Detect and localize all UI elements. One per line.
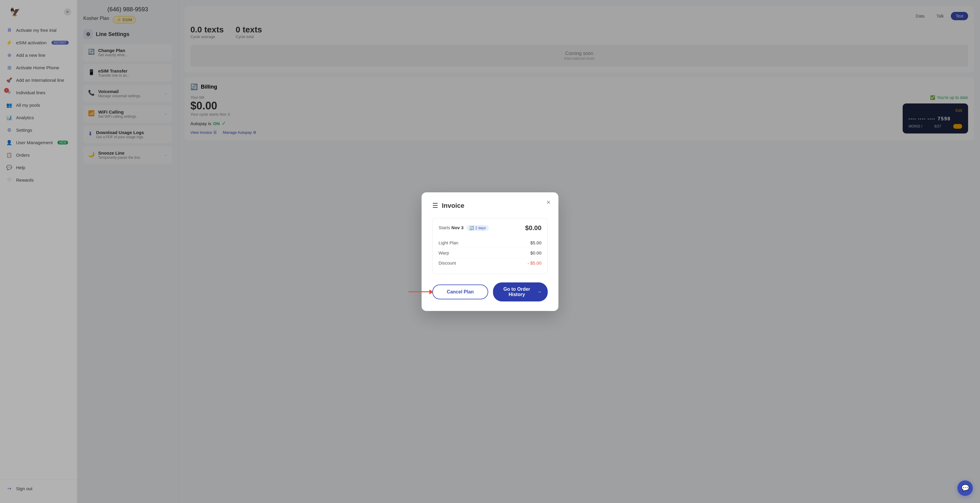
invoice-date: Nov 3 [451,225,463,230]
chat-fab-button[interactable]: 💬 [958,481,973,496]
discount-label: Discount [439,260,456,265]
order-history-label: Go to Order History [499,287,535,297]
order-history-arrow-icon: → [537,289,542,295]
discount-value: - $5.00 [528,260,541,265]
order-history-button[interactable]: Go to Order History → [493,282,548,301]
chat-fab-icon: 💬 [961,484,969,492]
modal-overlay: ☰ Invoice ✕ Starts Nov 3 🔄 2 days $0.00 [0,0,980,503]
warp-label: Warp [439,250,449,255]
modal-close-button[interactable]: ✕ [544,198,552,206]
cancel-plan-button[interactable]: Cancel Plan [432,284,488,299]
light-plan-label: Light Plan [439,240,458,245]
days-label: 2 days [475,226,485,230]
modal-header: ☰ Invoice [432,202,548,209]
invoice-header: Starts Nov 3 🔄 2 days $0.00 [439,224,541,232]
arrow-pointer [409,290,433,294]
days-icon: 🔄 [469,226,474,230]
warp-value: $0.00 [530,250,541,255]
light-plan-value: $5.00 [530,240,541,245]
modal-actions: Cancel Plan Go to Order History → [432,282,548,301]
invoice-days-badge: 🔄 2 days [466,225,488,231]
invoice-line-warp: Warp $0.00 [439,248,541,258]
invoice-total-amount: $0.00 [525,224,541,232]
invoice-details-box: Starts Nov 3 🔄 2 days $0.00 Light Plan $… [432,218,548,274]
close-icon: ✕ [546,199,551,206]
invoice-starts-label: Starts Nov 3 [439,225,465,230]
invoice-starts: Starts Nov 3 🔄 2 days [439,225,489,231]
invoice-line-discount: Discount - $5.00 [439,258,541,268]
invoice-modal: ☰ Invoice ✕ Starts Nov 3 🔄 2 days $0.00 [422,192,558,311]
modal-menu-icon: ☰ [432,202,438,209]
modal-title: Invoice [442,202,465,209]
arrow-head [429,290,433,294]
invoice-line-light-plan: Light Plan $5.00 [439,238,541,248]
arrow-line [409,291,429,292]
